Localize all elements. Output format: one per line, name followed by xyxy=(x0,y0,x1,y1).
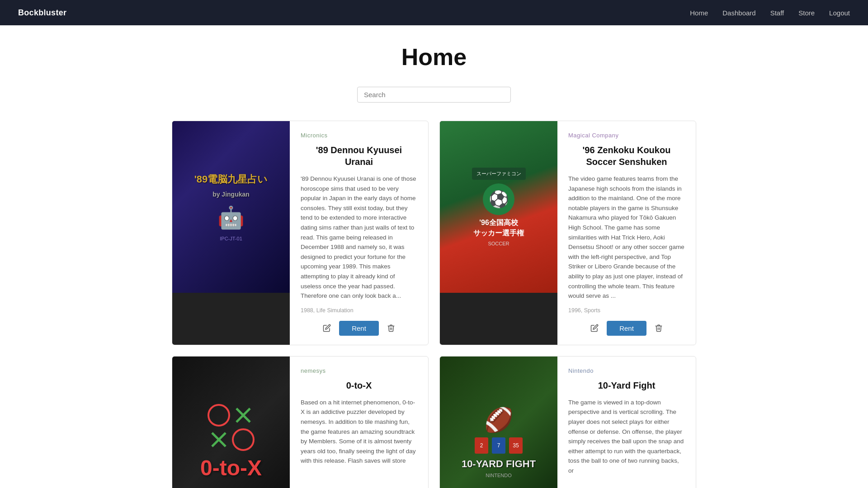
game-publisher: Nintendo xyxy=(568,367,685,374)
search-input[interactable] xyxy=(357,87,511,103)
game-actions: Rent xyxy=(301,321,417,336)
rent-button[interactable]: Rent xyxy=(607,321,646,336)
nav-home[interactable]: Home xyxy=(690,9,708,17)
game-publisher: Micronics xyxy=(301,132,417,139)
page-content: Home '89電脳九星占いby Jingukan 🤖 IPC-JT-01 Mi… xyxy=(163,25,705,488)
nav-logout[interactable]: Logout xyxy=(829,9,850,17)
game-card-96-zenkoku: スーパーファミコン ⚽ '96全国高校サッカー選手権 SOCCER Magica… xyxy=(439,121,696,345)
game-publisher: nemesys xyxy=(301,367,417,374)
game-title: '89 Dennou Kyuusei Uranai xyxy=(301,144,417,168)
brand-logo: Bockbluster xyxy=(18,8,66,18)
game-cover-89-dennou: '89電脳九星占いby Jingukan 🤖 IPC-JT-01 xyxy=(172,121,290,345)
delete-button[interactable] xyxy=(652,322,665,334)
game-info-0-to-x: nemesys 0-to-X Based on a hit internet p… xyxy=(290,357,428,488)
game-publisher: Magical Company xyxy=(568,132,685,139)
game-info-89-dennou: Micronics '89 Dennou Kyuusei Uranai '89 … xyxy=(290,121,428,345)
search-container xyxy=(172,87,696,103)
game-title: '96 Zenkoku Koukou Soccer Senshuken xyxy=(568,144,685,168)
game-card-0-to-x: 0-to-X nemesys 0-to-X Based on a hit int… xyxy=(172,356,429,488)
nav-dashboard[interactable]: Dashboard xyxy=(722,9,755,17)
game-info-10-yard-fight: Nintendo 10-Yard Fight The game is viewe… xyxy=(557,357,696,488)
page-title: Home xyxy=(172,43,696,70)
nav-staff[interactable]: Staff xyxy=(770,9,784,17)
game-card-10-yard-fight: 🏈 2 7 35 10-YARD FIGHT NINTENDO Nintendo… xyxy=(439,356,696,488)
cover-jp-text: '89電脳九星占いby Jingukan xyxy=(194,173,268,201)
game-cover-96-zenkoku: スーパーファミコン ⚽ '96全国高校サッカー選手権 SOCCER xyxy=(440,121,557,345)
game-card-89-dennou: '89電脳九星占いby Jingukan 🤖 IPC-JT-01 Microni… xyxy=(172,121,429,345)
game-info-96-zenkoku: Magical Company '96 Zenkoku Koukou Socce… xyxy=(557,121,696,345)
game-title: 0-to-X xyxy=(301,380,417,391)
game-description: The video game features teams from the J… xyxy=(568,174,685,301)
delete-button[interactable] xyxy=(384,322,398,334)
game-description: '89 Dennou Kyuusei Uranai is one of thos… xyxy=(301,174,417,301)
rent-button[interactable]: Rent xyxy=(339,321,379,336)
game-title: 10-Yard Fight xyxy=(568,380,685,391)
games-grid: '89電脳九星占いby Jingukan 🤖 IPC-JT-01 Microni… xyxy=(172,121,696,488)
game-cover-10-yard-fight: 🏈 2 7 35 10-YARD FIGHT NINTENDO xyxy=(440,357,557,488)
game-meta: 1996, Sports xyxy=(568,307,685,314)
game-meta: 1988, Life Simulation xyxy=(301,307,417,314)
edit-button[interactable] xyxy=(320,322,334,334)
edit-button[interactable] xyxy=(588,322,601,334)
nav-store[interactable]: Store xyxy=(798,9,815,17)
game-description: Based on a hit internet phenomenon, 0-to… xyxy=(301,398,417,484)
game-description: The game is viewed in a top-down perspec… xyxy=(568,398,685,484)
nav-links: Home Dashboard Staff Store Logout xyxy=(690,9,850,17)
navbar: Bockbluster Home Dashboard Staff Store L… xyxy=(0,0,868,25)
game-cover-0-to-x: 0-to-X xyxy=(172,357,290,488)
game-actions: Rent xyxy=(568,321,685,336)
